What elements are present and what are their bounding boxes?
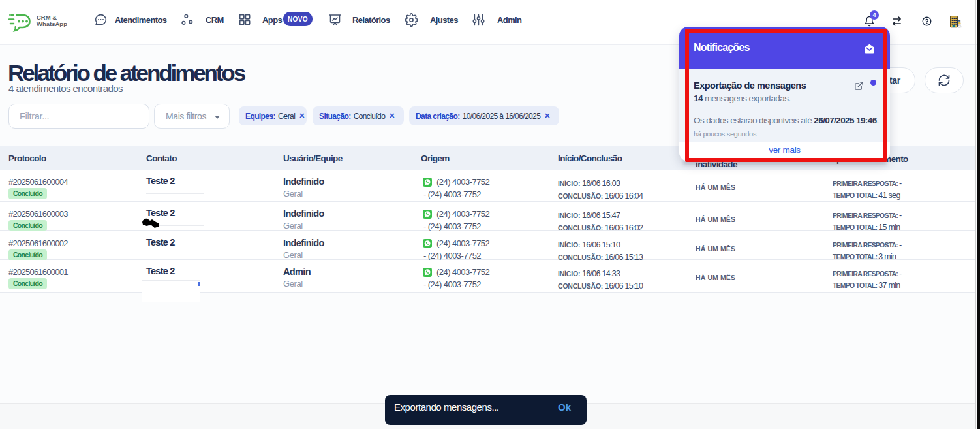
svg-text:WhatsApp: WhatsApp [37,20,67,27]
